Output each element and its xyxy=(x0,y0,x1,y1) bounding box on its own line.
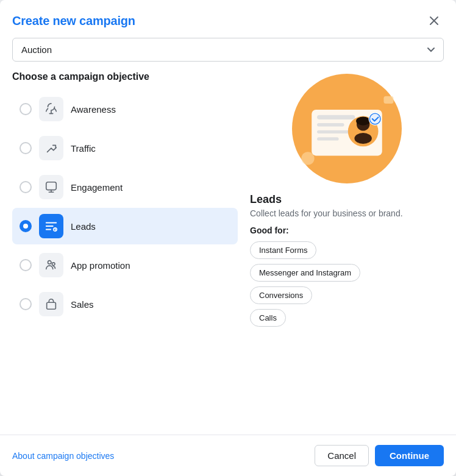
tag-messenger-instagram[interactable]: Messenger and Instagram xyxy=(250,264,360,282)
app-promotion-icon xyxy=(39,253,63,277)
objective-item-app-promotion[interactable]: App promotion xyxy=(12,247,238,283)
leads-illustration xyxy=(298,80,396,177)
tag-calls[interactable]: Calls xyxy=(250,309,286,327)
traffic-label: Traffic xyxy=(71,143,96,154)
radio-app-promotion xyxy=(20,259,32,271)
svg-point-3 xyxy=(52,263,55,266)
svg-point-17 xyxy=(301,152,314,165)
illustration-circle xyxy=(292,74,402,183)
close-icon xyxy=(429,16,439,26)
objective-item-awareness[interactable]: Awareness xyxy=(12,91,238,127)
radio-traffic xyxy=(20,142,32,154)
footer-buttons: Cancel Continue xyxy=(315,445,444,466)
radio-awareness xyxy=(20,103,32,115)
awareness-icon xyxy=(39,97,63,121)
objective-item-sales[interactable]: Sales xyxy=(12,286,238,322)
modal-body: Choose a campaign objective Awareness xyxy=(0,71,456,435)
sales-label: Sales xyxy=(71,299,94,310)
svg-point-13 xyxy=(356,116,370,125)
traffic-icon xyxy=(39,136,63,160)
svg-point-12 xyxy=(354,133,371,144)
svg-rect-4 xyxy=(47,302,56,309)
svg-rect-9 xyxy=(317,137,339,140)
svg-rect-0 xyxy=(46,182,57,190)
modal-title: Create new campaign xyxy=(12,14,135,28)
modal-header: Create new campaign xyxy=(0,0,456,38)
svg-rect-16 xyxy=(383,96,393,104)
objectives-panel: Choose a campaign objective Awareness xyxy=(12,71,238,435)
section-title: Choose a campaign objective xyxy=(12,71,238,82)
tag-instant-forms[interactable]: Instant Forms xyxy=(250,241,316,259)
cancel-button[interactable]: Cancel xyxy=(315,445,369,466)
engagement-icon xyxy=(39,175,63,199)
radio-engagement xyxy=(20,181,32,193)
create-campaign-modal: Create new campaign Auction Reach and fr… xyxy=(0,0,456,476)
modal-footer: About campaign objectives Cancel Continu… xyxy=(0,435,456,476)
tag-conversions[interactable]: Conversions xyxy=(250,286,312,304)
objective-item-engagement[interactable]: Engagement xyxy=(12,169,238,205)
tags-list: Instant Forms Messenger and Instagram Co… xyxy=(250,241,444,327)
detail-title: Leads xyxy=(250,193,444,206)
dropdown-row: Auction Reach and frequency xyxy=(0,38,456,71)
good-for-label: Good for: xyxy=(250,226,444,235)
objective-item-leads[interactable]: Leads xyxy=(12,208,238,244)
detail-description: Collect leads for your business or brand… xyxy=(250,208,444,218)
svg-point-2 xyxy=(48,261,52,265)
objective-list: Awareness Traffic xyxy=(12,91,238,322)
sales-icon xyxy=(39,292,63,316)
about-objectives-link[interactable]: About campaign objectives xyxy=(12,451,114,461)
radio-sales xyxy=(20,298,32,310)
close-button[interactable] xyxy=(424,11,444,30)
objective-item-traffic[interactable]: Traffic xyxy=(12,130,238,166)
illustration-container xyxy=(250,74,444,183)
buying-type-select[interactable]: Auction Reach and frequency xyxy=(12,38,444,62)
detail-panel: Leads Collect leads for your business or… xyxy=(250,71,444,435)
radio-leads xyxy=(20,220,32,232)
svg-rect-8 xyxy=(317,130,349,133)
svg-rect-6 xyxy=(317,115,355,119)
leads-label: Leads xyxy=(71,221,96,232)
leads-icon xyxy=(39,214,63,238)
continue-button[interactable]: Continue xyxy=(375,445,444,466)
svg-rect-7 xyxy=(317,123,344,126)
app-promotion-label: App promotion xyxy=(71,260,130,271)
svg-point-15 xyxy=(369,113,380,124)
engagement-label: Engagement xyxy=(71,182,123,193)
awareness-label: Awareness xyxy=(71,104,116,115)
